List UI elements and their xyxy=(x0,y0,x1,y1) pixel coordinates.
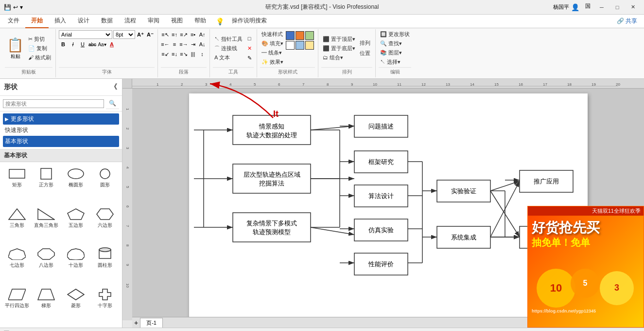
shape-heptagon[interactable]: 七边形 xyxy=(3,245,31,285)
style-swatch-5[interactable] xyxy=(296,41,304,50)
arrange-button[interactable]: 排列 xyxy=(358,38,372,48)
format-painter-button[interactable]: 🖌 格式刷 xyxy=(27,54,52,62)
group-button[interactable]: 🗂 组合▾ xyxy=(321,54,357,62)
bullet-list-button[interactable]: ≡• xyxy=(189,30,197,39)
text-tool-button[interactable]: A 文本 xyxy=(213,54,244,62)
quick-access-dropdown[interactable]: ▾ xyxy=(20,4,23,11)
align-left-bottom-button[interactable]: ≡↙ xyxy=(161,50,170,58)
align-center-top-button[interactable]: ≡↑ xyxy=(170,30,179,39)
position-button[interactable]: 位置 xyxy=(358,49,372,58)
shape-right-triangle[interactable]: 直角三角形 xyxy=(32,205,60,245)
change-shape-button[interactable]: 🔲 更改形状 xyxy=(379,30,411,38)
copy-button[interactable]: 📄 复制 xyxy=(27,44,52,53)
page-tab-1[interactable]: 页-1 xyxy=(140,318,163,328)
shape-hexagon[interactable]: 六边形 xyxy=(91,205,119,245)
bottom-layer-button[interactable]: ⬛ 置于底层▾ xyxy=(321,44,357,53)
bold-button[interactable]: B xyxy=(59,40,68,49)
ribbon-toggle[interactable]: 国 xyxy=(585,2,591,12)
tab-design[interactable]: 设计 xyxy=(72,15,95,28)
strikethrough-button[interactable]: abc xyxy=(88,40,97,49)
shape-cylinder[interactable]: 圆柱形 xyxy=(91,245,119,285)
tab-review[interactable]: 审阅 xyxy=(142,15,165,28)
shape-pentagon[interactable]: 五边形 xyxy=(62,205,90,245)
align-left-top-button[interactable]: ≡↖ xyxy=(161,30,170,39)
decrease-font-button[interactable]: A⁻ xyxy=(146,30,155,39)
tab-view[interactable]: 视图 xyxy=(165,15,189,28)
increase-indent-button[interactable]: A↑ xyxy=(198,30,207,39)
shape-ellipse[interactable]: 椭圆形 xyxy=(62,165,90,204)
line-button[interactable]: ━ 线条▾ xyxy=(260,49,285,57)
restore-button[interactable]: □ xyxy=(610,2,625,12)
indent-row-button[interactable]: ⇥ xyxy=(189,40,197,49)
undo-icon[interactable]: ↩ xyxy=(13,4,18,11)
tab-help[interactable]: 帮助 xyxy=(189,15,212,28)
align-center-button[interactable]: ≡ xyxy=(170,40,179,49)
font-color-button[interactable]: A xyxy=(107,40,116,49)
font-case-button[interactable]: Aa▾ xyxy=(98,40,106,49)
quick-shapes-nav-item[interactable]: 快速形状 xyxy=(3,125,119,136)
align-right-bottom-button[interactable]: ≡↘ xyxy=(179,50,188,58)
align-right-button[interactable]: ≡→ xyxy=(179,40,188,49)
tab-home[interactable]: 开始 xyxy=(25,15,49,28)
basic-shapes-nav-item[interactable]: 基本形状 xyxy=(3,136,119,147)
share-button[interactable]: 🔗 共享 xyxy=(612,17,642,25)
shape-triangle[interactable]: 三角形 xyxy=(3,205,31,245)
direction-button[interactable]: ↕ xyxy=(198,50,207,58)
vertical-text-button[interactable]: ||| xyxy=(189,50,197,58)
paste-button[interactable]: 📋 粘贴 xyxy=(5,36,26,61)
font-size-select[interactable]: 8pt xyxy=(113,30,135,39)
shape-trapezoid[interactable]: 梯形 xyxy=(32,286,60,325)
quick-access-toolbar: 💾 ↩ ▾ xyxy=(4,4,23,11)
shape-rect[interactable]: 矩形 xyxy=(3,165,31,204)
top-layer-button[interactable]: ⬛ 置于顶层▾ xyxy=(321,35,357,43)
quick-styles-button[interactable]: 快速样式 xyxy=(260,30,285,38)
shapes-search-input[interactable] xyxy=(3,99,104,108)
shape-diamond[interactable]: 菱形 xyxy=(62,286,90,325)
style-swatch-6[interactable] xyxy=(305,41,314,50)
pointer-tool-button[interactable]: ↖ 指针工具 xyxy=(213,35,244,43)
select-button[interactable]: ↖ 选择▾ xyxy=(379,58,411,66)
shape-octagon[interactable]: 八边形 xyxy=(32,245,60,285)
tab-insert[interactable]: 插入 xyxy=(49,15,72,28)
shape-square[interactable]: 正方形 xyxy=(32,165,60,204)
align-left-button[interactable]: ≡← xyxy=(161,40,170,49)
style-swatch-2[interactable] xyxy=(296,31,304,40)
font-name-select[interactable]: Arial xyxy=(59,30,112,39)
effects-button[interactable]: ✨ 效果▾ xyxy=(260,58,285,66)
decrease-indent-button[interactable]: A↓ xyxy=(198,40,207,49)
find-button[interactable]: 🔍 查找▾ xyxy=(379,39,411,48)
increase-font-button[interactable]: A⁺ xyxy=(136,30,145,39)
shapes-collapse-button[interactable]: 《 xyxy=(109,82,118,92)
style-swatch-3[interactable] xyxy=(305,31,314,40)
delete-connector-button[interactable]: ✕ xyxy=(245,44,254,53)
tab-search[interactable]: 操作说明搜索 xyxy=(226,15,273,28)
save-icon[interactable]: 💾 xyxy=(4,4,11,11)
ad-overlay[interactable]: 天猫双11全球狂欢季 好货抢先买 抽免单！免单 10 5 3 https://b… xyxy=(527,206,644,328)
tab-file[interactable]: 文件 xyxy=(2,15,25,28)
shape-parallelogram[interactable]: 平行四边形 xyxy=(3,286,31,325)
style-swatch-1[interactable] xyxy=(286,31,295,40)
underline-button[interactable]: U xyxy=(78,40,87,49)
cut-button[interactable]: ✂ 剪切 xyxy=(27,35,52,43)
more-shapes-nav-item[interactable]: ▶ 更多形状 xyxy=(3,113,119,125)
italic-button[interactable]: I xyxy=(69,40,77,49)
style-swatch-4[interactable] xyxy=(286,41,295,50)
tab-data[interactable]: 数据 xyxy=(95,15,119,28)
fill-button[interactable]: 🎨 填充▾ xyxy=(260,39,285,48)
tab-process[interactable]: 流程 xyxy=(119,15,142,28)
ribbon: 文件 开始 插入 设计 数据 流程 审阅 视图 帮助 💡 操作说明搜索 🔗 共享… xyxy=(0,15,644,79)
shape-hexagon-icon xyxy=(96,207,114,221)
layers-button[interactable]: 📚 图层▾ xyxy=(379,49,411,57)
pencil-tool-button[interactable]: ✎ xyxy=(245,54,254,62)
rectangle-tool-button[interactable]: □ xyxy=(245,34,254,43)
shape-cross[interactable]: 十字形 xyxy=(91,286,119,325)
shape-decagon[interactable]: 十边形 xyxy=(62,245,90,285)
add-page-button[interactable]: + xyxy=(134,319,138,327)
shapes-search-button[interactable]: 🔍 xyxy=(106,98,119,109)
minimize-button[interactable]: ─ xyxy=(594,2,609,12)
align-right-top-button[interactable]: ≡↗ xyxy=(179,30,188,39)
shape-circle[interactable]: 圆形 xyxy=(91,165,119,204)
close-button[interactable]: ✕ xyxy=(626,2,640,12)
align-center-bottom-button[interactable]: ≡↓ xyxy=(170,50,179,58)
connector-tool-button[interactable]: ⌒ 连接线 xyxy=(213,44,244,53)
